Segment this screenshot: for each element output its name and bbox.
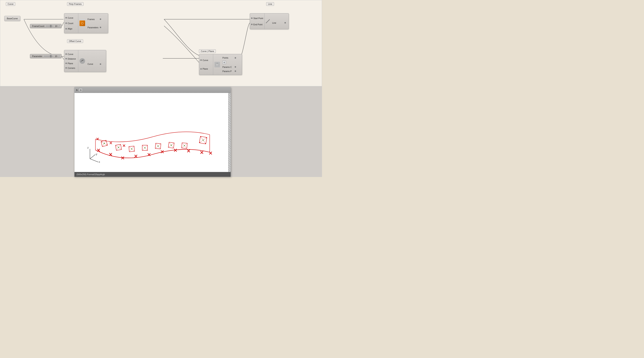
svg-point-5 bbox=[266, 22, 266, 23]
parameter-diamond[interactable] bbox=[58, 55, 60, 57]
svg-point-1 bbox=[82, 60, 83, 61]
offset-curve-node[interactable]: Curve Distance Plane Corners bbox=[64, 50, 106, 72]
line-node[interactable]: Start Point End Point Line bbox=[250, 13, 289, 29]
curve-plane-paramsp-port[interactable]: Params P bbox=[221, 70, 237, 73]
parameter-thumb[interactable] bbox=[50, 55, 52, 57]
line-startpoint-port[interactable]: Start Point bbox=[250, 17, 264, 20]
offset-curve-label[interactable]: Offset Curve bbox=[67, 39, 83, 43]
offset-curve-out-dot bbox=[100, 63, 101, 65]
offset-curve-curve-dot bbox=[66, 53, 67, 55]
parameter-value: 10 bbox=[55, 55, 57, 57]
offset-curve-distance-port[interactable]: Distance bbox=[64, 57, 78, 60]
perp-frames-outputs: Frames Parameters bbox=[86, 13, 102, 33]
offset-curve-corners-port[interactable]: Corners bbox=[64, 66, 78, 70]
curve-plane-icon bbox=[214, 62, 220, 67]
curve-plane-points-dot bbox=[235, 57, 236, 59]
line-endpoint-dot bbox=[251, 24, 252, 25]
offset-curve-distance-dot bbox=[66, 58, 67, 59]
offset-curve-title-text: Offset Curve bbox=[69, 40, 81, 42]
offset-curve-icon bbox=[80, 58, 85, 64]
parameter-label: Parameter bbox=[32, 55, 42, 57]
curve-plane-title-text: Curve | Plane bbox=[201, 50, 214, 52]
basecurve-node[interactable]: BaseCurve bbox=[4, 16, 20, 21]
framecount-value: 10 bbox=[55, 25, 57, 27]
curve-plane-plane-port[interactable]: Plane bbox=[199, 67, 213, 70]
offset-curve-plane-dot bbox=[66, 63, 67, 64]
viewer-titlebar: S S bbox=[74, 87, 231, 93]
perp-frames-icon: ⬡ bbox=[80, 20, 85, 26]
curve-plane-points-port[interactable]: Points bbox=[221, 56, 237, 59]
line-outputs: Line bbox=[271, 13, 287, 29]
svg-point-0 bbox=[81, 61, 82, 61]
line-startpoint-dot bbox=[251, 17, 252, 19]
viewer-settings-btn[interactable]: S bbox=[79, 88, 83, 92]
curve-plane-plane-dot bbox=[200, 68, 202, 70]
offset-curve-icon-area bbox=[78, 50, 86, 72]
curve-label-text: Curve bbox=[8, 3, 14, 5]
parameter-track[interactable] bbox=[44, 56, 54, 57]
viewer-title: S bbox=[76, 89, 78, 91]
svg-point-6 bbox=[269, 19, 270, 20]
perp-frames-align-port[interactable]: Align bbox=[64, 27, 78, 30]
viewer-panel[interactable]: S S bbox=[74, 87, 231, 177]
curve-plane-download-icon[interactable] bbox=[222, 61, 226, 64]
perp-frames-frames-port[interactable]: Frames bbox=[86, 18, 102, 21]
offset-curve-out-port[interactable]: Curve bbox=[86, 62, 102, 66]
curve-plane-curve-dot bbox=[200, 59, 202, 61]
viewer-scrollbar[interactable] bbox=[228, 93, 231, 172]
curve-plane-icon-area bbox=[213, 54, 221, 75]
line-inputs: Start Point End Point bbox=[250, 13, 264, 29]
viewer-3d-svg: z y x bbox=[74, 93, 231, 172]
offset-curve-inputs: Curve Distance Plane Corners bbox=[64, 50, 78, 72]
svg-text:y: y bbox=[96, 152, 97, 156]
line-icon bbox=[266, 19, 270, 23]
perp-frames-label[interactable]: Perp Frames bbox=[67, 2, 84, 6]
svg-rect-7 bbox=[78, 93, 227, 172]
svg-rect-2 bbox=[216, 64, 219, 66]
curve-plane-node[interactable]: Curve Plane Points bbox=[199, 54, 242, 75]
line-endpoint-port[interactable]: End Point bbox=[250, 23, 264, 26]
svg-line-4 bbox=[266, 20, 270, 23]
perp-frames-icon-area: ⬡ bbox=[78, 13, 86, 33]
curve-plane-inputs: Curve Plane bbox=[199, 54, 213, 75]
offset-curve-corners-dot bbox=[66, 67, 67, 69]
perp-frames-curve-port[interactable]: Curve bbox=[64, 16, 78, 19]
viewer-3d-canvas[interactable]: z y x bbox=[74, 93, 231, 172]
svg-text:z: z bbox=[87, 146, 89, 149]
perp-frames-count-dot bbox=[66, 22, 67, 24]
perp-frames-align-dot bbox=[66, 28, 67, 29]
basecurve-text: BaseCurve bbox=[7, 17, 18, 20]
offset-curve-plane-port[interactable]: Plane bbox=[64, 62, 78, 65]
perp-frames-params-dot bbox=[100, 27, 101, 28]
curve-plane-paramsc-dot bbox=[235, 66, 236, 68]
perp-frames-node[interactable]: Curve Count Align ⬡ Frames Parameters bbox=[64, 13, 108, 33]
perp-frames-params-port[interactable]: Parameters bbox=[86, 26, 102, 29]
curve-plane-label[interactable]: Curve | Plane bbox=[199, 49, 216, 53]
line-icon-area bbox=[264, 13, 271, 29]
curve-label-node[interactable]: Curve bbox=[6, 2, 15, 6]
perp-frames-frames-dot bbox=[100, 18, 101, 20]
svg-text:x: x bbox=[99, 160, 100, 163]
perp-frames-title-text: Perp Frames bbox=[69, 3, 82, 5]
framecount-diamond[interactable] bbox=[58, 25, 60, 27]
framecount-label: FrameCount bbox=[32, 25, 44, 27]
curve-plane-curve-port[interactable]: Curve bbox=[199, 59, 213, 62]
framecount-slider[interactable]: FrameCount 10 bbox=[30, 24, 62, 28]
line-label-text: Line bbox=[268, 3, 272, 5]
curve-plane-outputs: Points Params C Params P bbox=[221, 54, 237, 75]
offset-curve-curve-port[interactable]: Curve bbox=[64, 52, 78, 56]
grasshopper-canvas[interactable]: Curve BaseCurve FrameCount 10 Parameter … bbox=[0, 0, 322, 86]
curve-plane-paramsp-dot bbox=[235, 70, 236, 72]
line-out-port[interactable]: Line bbox=[271, 21, 287, 24]
framecount-thumb[interactable] bbox=[50, 25, 52, 27]
framecount-track[interactable] bbox=[46, 26, 54, 26]
offset-curve-outputs: Curve bbox=[86, 50, 102, 72]
viewer-status-text: (500x250) Format32bppArgb bbox=[76, 173, 105, 176]
line-out-dot bbox=[284, 22, 286, 23]
svg-point-53 bbox=[144, 147, 145, 148]
scrollbar-track bbox=[228, 93, 231, 172]
perp-frames-count-port[interactable]: Count bbox=[64, 22, 78, 25]
line-label-node[interactable]: Line bbox=[266, 2, 274, 6]
parameter-slider[interactable]: Parameter 10 bbox=[30, 54, 62, 58]
curve-plane-paramsc-port[interactable]: Params C bbox=[221, 65, 237, 69]
